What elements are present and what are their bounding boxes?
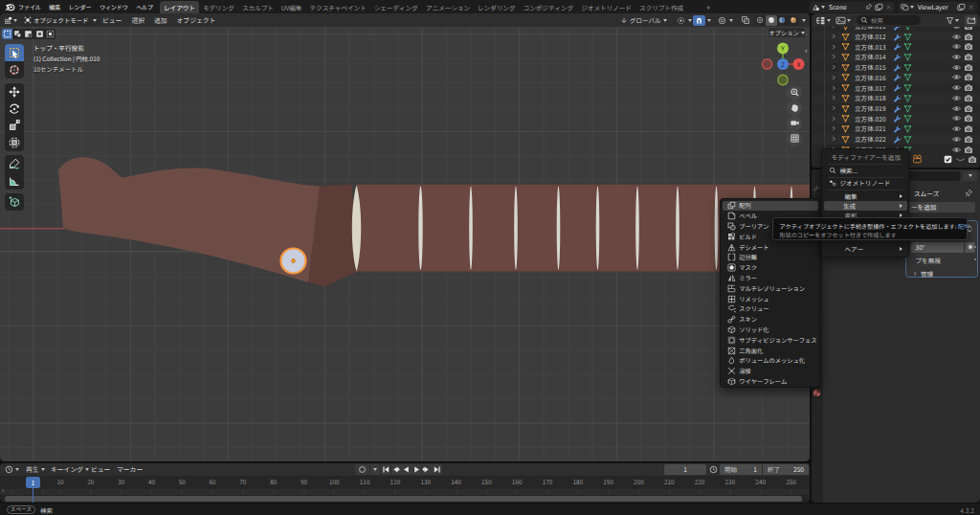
- object-name[interactable]: 立方体.017: [855, 83, 886, 93]
- object-name[interactable]: 立方体.013: [855, 42, 886, 52]
- gizmo-neg-x-axis[interactable]: [762, 59, 771, 69]
- submenu-item[interactable]: 溶接: [723, 366, 818, 376]
- expand-arrow-icon[interactable]: [831, 34, 836, 39]
- proportional-edit-button[interactable]: [716, 15, 728, 26]
- modifier-wrench-icon[interactable]: [893, 42, 902, 51]
- topbar-menu-item[interactable]: ウィンドウ: [100, 3, 128, 11]
- expand-arrow-icon[interactable]: [831, 95, 836, 101]
- filter-type-icon[interactable]: [835, 16, 846, 25]
- viewlayer-dropdown-icon[interactable]: [910, 6, 914, 9]
- viewlayer-icon[interactable]: [901, 3, 909, 11]
- angle-icon-button[interactable]: [965, 242, 975, 253]
- render-camera-icon[interactable]: [964, 94, 973, 102]
- render-camera-icon[interactable]: [968, 155, 977, 164]
- menu-item-geometry-nodes[interactable]: ジオメトリノード: [824, 178, 907, 189]
- editor-type-dropdown-icon[interactable]: [13, 19, 17, 22]
- shading-material-button[interactable]: [777, 15, 789, 26]
- mesh-data-icon[interactable]: [903, 63, 912, 72]
- modifier-wrench-icon[interactable]: [893, 135, 902, 144]
- menu-item-edit[interactable]: 編集: [824, 191, 907, 202]
- scene-delete-icon[interactable]: ×: [885, 2, 892, 11]
- viewlayer-delete-icon[interactable]: ×: [968, 2, 974, 11]
- tool-add-cube-button[interactable]: [5, 193, 23, 210]
- channel-expand-arrow[interactable]: ›: [2, 485, 4, 495]
- play-reverse-button[interactable]: [401, 464, 411, 475]
- render-camera-icon[interactable]: [964, 124, 973, 133]
- outliner-row[interactable]: 立方体.019: [812, 103, 980, 114]
- playback-menu[interactable]: 再生: [26, 462, 45, 476]
- outliner-row[interactable]: 立方体.018: [812, 93, 980, 103]
- workspace-tab[interactable]: UV編集: [278, 1, 306, 13]
- workspace-tab[interactable]: ジオメトリノード: [577, 1, 635, 13]
- gizmo-neg-y-axis[interactable]: [778, 75, 788, 84]
- auto-keying-button[interactable]: [355, 464, 369, 475]
- expand-arrow-icon[interactable]: [831, 136, 836, 142]
- viewlayer-name[interactable]: ViewLayer: [918, 2, 955, 11]
- object-name[interactable]: 立方体.012: [855, 32, 886, 41]
- expand-arrow-icon[interactable]: [831, 44, 836, 50]
- modifier-wrench-icon[interactable]: [893, 124, 902, 133]
- mesh-data-icon[interactable]: [903, 94, 912, 102]
- snap-dropdown-icon[interactable]: [707, 19, 711, 22]
- submenu-item[interactable]: サブディビジョンサーフェス: [723, 335, 818, 346]
- render-camera-icon[interactable]: [964, 73, 973, 81]
- add-modifier-button[interactable]: ーを追加: [905, 202, 975, 213]
- mesh-data-icon[interactable]: [903, 114, 912, 123]
- outliner-row[interactable]: 立方体.017: [812, 82, 980, 93]
- topbar-menu-item[interactable]: ヘルプ: [136, 3, 153, 11]
- hide-eye-icon[interactable]: [951, 53, 962, 61]
- workspace-tab[interactable]: レンダリング: [474, 1, 520, 13]
- workspace-tab[interactable]: アニメーション: [422, 1, 474, 13]
- shading-dropdown-icon[interactable]: [802, 19, 806, 22]
- outliner-row[interactable]: 立方体.020: [812, 113, 980, 123]
- filter-type-dropdown-icon[interactable]: [847, 19, 851, 22]
- hide-eye-icon[interactable]: [951, 63, 962, 72]
- modifier-wrench-icon[interactable]: [893, 114, 902, 123]
- hide-eye-icon[interactable]: [951, 135, 962, 144]
- submenu-item[interactable]: リメッシュ: [723, 294, 818, 304]
- tool-measure-button[interactable]: [5, 172, 23, 189]
- navigation-gizmo[interactable]: Y X Z: [761, 34, 807, 86]
- workspace-tab[interactable]: スカルプト: [238, 1, 278, 13]
- use-preview-range-icon[interactable]: [709, 465, 718, 474]
- hide-eye-icon[interactable]: [951, 104, 962, 113]
- scene-new-icon[interactable]: [875, 3, 883, 11]
- hide-eye-icon[interactable]: [951, 73, 962, 81]
- tool-cursor-button[interactable]: [5, 61, 23, 78]
- modifier-wrench-icon[interactable]: [893, 33, 902, 41]
- outliner-row[interactable]: 立方体.013: [812, 41, 980, 52]
- region-border-timeline[interactable]: [0, 461, 810, 463]
- expand-arrow-icon[interactable]: [831, 116, 836, 122]
- auto-keying-dropdown[interactable]: [370, 464, 380, 475]
- zoom-button[interactable]: [787, 85, 802, 101]
- viewport-menu-item[interactable]: オブジェクト: [177, 15, 216, 25]
- scene-pin-icon[interactable]: [865, 3, 873, 11]
- topbar-menu-item[interactable]: ファイル: [18, 3, 41, 11]
- animate-dot[interactable]: [974, 246, 976, 248]
- workspace-tab[interactable]: シェーディング: [370, 1, 422, 13]
- select-mode-subtract-button[interactable]: [23, 29, 33, 39]
- viewport-menu-item[interactable]: 追加: [154, 15, 167, 25]
- jump-to-end-button[interactable]: [432, 464, 441, 475]
- mesh-data-icon[interactable]: [903, 124, 912, 133]
- workspace-tab[interactable]: スクリプト作成: [635, 1, 687, 13]
- next-keyframe-button[interactable]: [422, 464, 432, 475]
- submenu-item[interactable]: ソリッド化: [723, 325, 818, 335]
- snap-toggle-button[interactable]: [693, 15, 705, 26]
- submenu-item[interactable]: 三角面化: [723, 346, 818, 356]
- select-mode-invert-button[interactable]: [34, 29, 45, 39]
- hide-eye-icon[interactable]: [951, 94, 962, 102]
- mode-selector[interactable]: オブジェクトモード: [21, 15, 100, 26]
- object-name[interactable]: 立方体.020: [855, 114, 886, 123]
- outliner-row[interactable]: 立方体.015: [812, 62, 980, 73]
- play-button[interactable]: [412, 464, 421, 475]
- tool-scale-button[interactable]: [5, 118, 23, 134]
- checkbox-icon[interactable]: [944, 155, 952, 164]
- submenu-item[interactable]: スクリュー: [723, 304, 818, 315]
- workspace-tab[interactable]: コンポジティング: [520, 1, 578, 13]
- display-mode-dropdown-icon[interactable]: [827, 19, 831, 22]
- mesh-data-icon[interactable]: [903, 33, 912, 41]
- timeline-scrollbar[interactable]: [5, 496, 802, 501]
- render-camera-icon[interactable]: [964, 114, 973, 123]
- outliner-row[interactable]: 立方体.022: [812, 134, 980, 145]
